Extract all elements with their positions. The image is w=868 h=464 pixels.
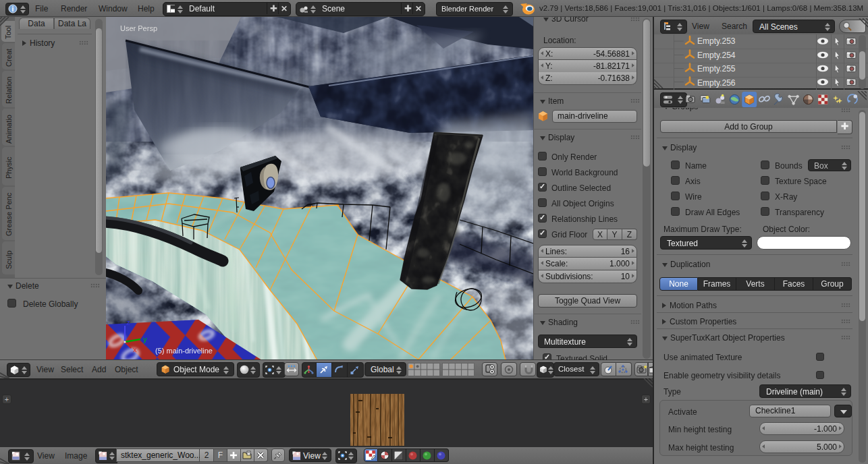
svg-text:Empty.253: Empty.253 xyxy=(697,36,736,46)
svg-text:(5) main-driveline: (5) main-driveline xyxy=(155,347,213,355)
svg-text:Empty.254: Empty.254 xyxy=(697,51,736,60)
svg-text:i: i xyxy=(12,5,14,13)
svg-text:Empty.255: Empty.255 xyxy=(697,64,736,74)
svg-text:y: y xyxy=(143,335,147,343)
svg-text:User Persp: User Persp xyxy=(120,24,157,32)
svg-text:x: x xyxy=(133,345,137,353)
svg-text:Empty.256: Empty.256 xyxy=(697,78,736,88)
svg-text:z: z xyxy=(126,318,130,326)
